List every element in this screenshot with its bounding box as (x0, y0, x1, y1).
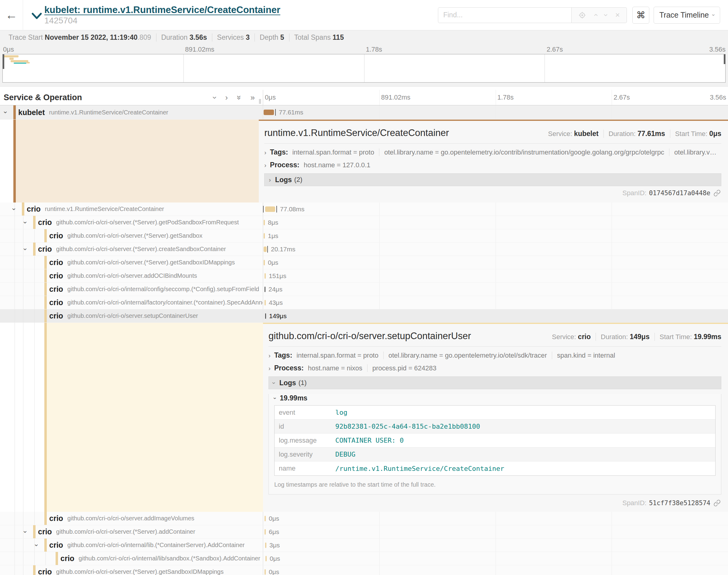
span-row[interactable]: crio github.com/cri-o/cri-o/server.(*Ser… (0, 229, 728, 243)
tags-row[interactable]: › Tags: internal.span.format = protootel… (268, 351, 721, 360)
span-timeline-cell[interactable]: 20.17ms (263, 243, 728, 256)
span-self-time-tick (267, 246, 268, 252)
timeline-tick: 0μs (265, 94, 276, 101)
span-timeline-cell[interactable]: 0μs (263, 565, 728, 575)
expand-all-icon[interactable]: » (251, 93, 255, 102)
log-entry-toggle[interactable]: › 19.99ms (274, 394, 716, 402)
process-row[interactable]: › Process: host.name = nixosprocess.pid … (268, 364, 721, 372)
span-timeline-cell[interactable]: 1μs (263, 229, 728, 243)
span-duration-bar[interactable] (265, 286, 265, 292)
span-row[interactable]: › crio github.com/cri-o/cri-o/server.(*S… (0, 243, 728, 256)
column-resizer[interactable] (259, 99, 261, 104)
logs-count: (1) (299, 379, 307, 387)
expand-one-icon[interactable]: › (225, 93, 228, 102)
span-timeline-cell[interactable]: 43μs (263, 296, 728, 309)
span-row[interactable]: crio github.com/cri-o/cri-o/server.setup… (0, 309, 728, 323)
span-self-time-tick (275, 109, 276, 116)
collapse-all-icon[interactable]: » (234, 95, 244, 100)
span-timeline-cell[interactable]: 3μs (263, 539, 728, 552)
minimap-canvas[interactable] (2, 54, 726, 82)
span-duration-bar[interactable] (264, 233, 265, 239)
span-timeline-cell[interactable]: 0μs (263, 552, 728, 565)
span-duration-bar[interactable] (265, 273, 266, 279)
span-timeline-cell[interactable]: 8μs (263, 216, 728, 229)
span-timeline-cell[interactable]: 0μs (263, 512, 728, 525)
deep-link-icon[interactable] (714, 499, 721, 507)
span-timeline-cell[interactable]: 149μs (263, 309, 728, 323)
span-row[interactable]: › crio github.com/cri-o/cri-o/server.(*S… (0, 216, 728, 229)
trace-id: 1425704 (44, 16, 280, 26)
log-field-value: log (335, 409, 348, 416)
span-row[interactable]: crio github.com/cri-o/cri-o/server.addIm… (0, 512, 728, 525)
deep-link-icon[interactable] (714, 190, 721, 197)
span-collapse-chevron-icon[interactable]: › (21, 531, 29, 533)
span-row[interactable]: › crio github.com/cri-o/cri-o/internal/l… (0, 539, 728, 552)
span-duration-bar[interactable] (264, 220, 265, 225)
span-operation-name: github.com/cri-o/cri-o/server.addOCIBind… (67, 272, 197, 279)
logs-toggle[interactable]: › Logs (2) (264, 173, 721, 186)
logs-toggle[interactable]: › Logs (1) (268, 376, 721, 389)
span-duration-bar[interactable] (265, 543, 266, 548)
span-collapse-chevron-icon[interactable]: › (10, 208, 18, 210)
next-result-icon[interactable]: › (601, 14, 611, 16)
span-timeline-cell[interactable]: 151μs (263, 269, 728, 283)
collapse-one-icon[interactable]: › (210, 96, 220, 99)
span-duration-bar[interactable] (264, 110, 274, 115)
span-duration-bar[interactable] (264, 260, 265, 265)
keyboard-shortcuts-button[interactable]: ⌘ (632, 7, 649, 24)
minimap-tick: 891.02ms (185, 45, 214, 54)
chevron-icon: › (269, 176, 271, 183)
service-operation-header: Service & Operation (4, 93, 82, 102)
find-input[interactable] (438, 7, 571, 23)
minimap-right-handle[interactable] (724, 54, 725, 64)
process-row[interactable]: › Process: host.name = 127.0.0.1 (264, 161, 721, 169)
span-timeline-cell[interactable]: 77.61ms (263, 105, 728, 120)
span-duration-bar[interactable] (265, 569, 266, 575)
span-accent-bar (13, 105, 16, 119)
minimap-left-handle[interactable] (3, 54, 4, 69)
span-duration-bar[interactable] (265, 313, 266, 319)
span-start-meta: Start Time: 19.99ms (655, 333, 721, 341)
span-collapse-chevron-icon[interactable]: › (21, 221, 29, 224)
span-duration-bar[interactable] (264, 246, 267, 252)
span-collapse-chevron-icon[interactable]: › (33, 544, 40, 546)
clear-search-icon[interactable]: × (615, 10, 620, 20)
span-row[interactable]: › kubelet runtime.v1.RuntimeService/Crea… (0, 105, 728, 120)
locate-icon[interactable] (578, 11, 586, 19)
span-row[interactable]: crio github.com/cri-o/cri-o/internal/con… (0, 283, 728, 296)
span-row[interactable]: crio github.com/cri-o/cri-o/server.(*Ser… (0, 256, 728, 269)
span-service-name: crio (49, 541, 63, 549)
span-accent-bar (44, 323, 47, 512)
span-timeline-cell[interactable]: 77.08ms (263, 202, 728, 216)
span-timeline-cell[interactable]: 0μs (263, 256, 728, 269)
span-row[interactable]: crio github.com/cri-o/cri-o/internal/fac… (0, 296, 728, 309)
back-button[interactable]: ← (5, 8, 18, 22)
trace-title-chevron-icon[interactable] (32, 12, 42, 21)
span-row[interactable]: › crio github.com/cri-o/cri-o/server.(*S… (0, 525, 728, 539)
span-timeline-cell[interactable]: 24μs (263, 283, 728, 296)
span-duration-bar[interactable] (265, 556, 267, 561)
span-collapse-chevron-icon[interactable]: › (21, 248, 29, 250)
span-timeline-cell[interactable]: 6μs (263, 525, 728, 539)
trace-view-select[interactable]: Trace Timeline › (654, 7, 720, 24)
minimap-tick: 1.78s (366, 45, 383, 54)
span-detail-fill (16, 120, 259, 202)
span-row[interactable]: › crio runtime.v1.RuntimeService/CreateC… (0, 202, 728, 216)
tags-row[interactable]: › Tags: internal.span.format = protootel… (264, 148, 721, 156)
indent-guide (14, 269, 15, 282)
span-row[interactable]: crio github.com/cri-o/cri-o/server.addOC… (0, 269, 728, 283)
span-row[interactable]: crio github.com/cri-o/cri-o/server.(*Ser… (0, 565, 728, 575)
indent-guide (14, 552, 15, 565)
span-row[interactable]: crio github.com/cri-o/cri-o/internal/lib… (0, 552, 728, 565)
indent-guide (14, 512, 15, 525)
trace-title-link[interactable]: kubelet: runtime.v1.RuntimeService/Creat… (44, 5, 280, 15)
log-field-value: CONTAINER USER: 0 (335, 437, 404, 444)
span-duration-bar[interactable] (265, 206, 275, 212)
span-duration-bar[interactable] (265, 529, 266, 535)
span-collapse-chevron-icon[interactable]: › (2, 111, 9, 113)
tag-item: internal.span.format = proto (296, 351, 383, 359)
prev-result-icon[interactable]: › (591, 14, 600, 16)
span-duration-bar[interactable] (265, 300, 266, 305)
app-header: ← kubelet: runtime.v1.RuntimeService/Cre… (0, 0, 728, 30)
span-duration-bar[interactable] (265, 516, 266, 521)
